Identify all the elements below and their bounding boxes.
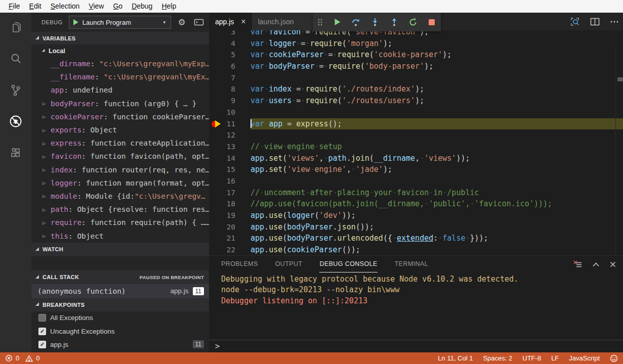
line-number[interactable]: 22 bbox=[209, 244, 235, 255]
launch-config-dropdown[interactable]: Launch Program ▼ bbox=[69, 16, 171, 29]
line-number[interactable]: 12 bbox=[209, 129, 235, 141]
variable-row[interactable]: ▷logger: function morgan(format, opt… bbox=[31, 176, 209, 190]
code-line-3[interactable]: 3var·favicon·=·require('serve-favicon'); bbox=[209, 30, 623, 38]
code-line-5[interactable]: 5var·cookieParser·=·require('cookie-pars… bbox=[209, 49, 623, 61]
code-line-16[interactable]: 16 bbox=[209, 175, 623, 187]
status-item[interactable]: Ln 11, Col 1 bbox=[438, 354, 473, 362]
variable-row[interactable]: ▷cookieParser: function cookieParser… bbox=[31, 110, 209, 123]
variable-row[interactable]: ▷index: function router(req, res, ne… bbox=[31, 163, 209, 176]
menu-item-view[interactable]: View bbox=[84, 0, 108, 13]
code-line-6[interactable]: 6var·bodyParser·=·require('body-parser')… bbox=[209, 61, 623, 72]
breakpoint-row[interactable]: ✓Uncaught Exceptions bbox=[31, 325, 209, 338]
line-number[interactable]: 3 bbox=[209, 30, 235, 38]
variable-row[interactable]: ▷bodyParser: function (arg0) { … } bbox=[31, 97, 209, 110]
menu-item-debug[interactable]: Debug bbox=[127, 0, 157, 13]
line-number[interactable]: 19 bbox=[209, 210, 235, 221]
status-item[interactable]: Spaces: 2 bbox=[483, 354, 512, 362]
line-number[interactable]: 16 bbox=[209, 175, 235, 187]
debug-console-toggle-icon[interactable] bbox=[194, 18, 204, 26]
variable-row[interactable]: app: undefined bbox=[31, 83, 209, 97]
checkbox[interactable]: ✓ bbox=[38, 341, 46, 348]
code-line-18[interactable]: 18//app.use(favicon(path.join(__dirname,… bbox=[209, 198, 623, 210]
checkbox[interactable] bbox=[38, 314, 46, 322]
continue-icon[interactable] bbox=[333, 18, 342, 26]
scope-local[interactable]: Local bbox=[31, 44, 209, 57]
toolbar-drag-grip[interactable] bbox=[317, 18, 323, 27]
watch-section-header[interactable]: WATCH bbox=[31, 243, 209, 256]
line-number[interactable]: 6 bbox=[209, 61, 235, 72]
line-number[interactable]: 17 bbox=[209, 187, 235, 199]
variable-row[interactable]: ▷favicon: function favicon(path, opt… bbox=[31, 150, 209, 163]
variable-row[interactable]: ▷path: Object {resolve: function res… bbox=[31, 203, 209, 216]
step-over-icon[interactable] bbox=[351, 18, 360, 27]
code-line-7[interactable]: 7 bbox=[209, 72, 623, 84]
code-line-8[interactable]: 8var·index·=·require('./routes/index'); bbox=[209, 83, 623, 95]
variable-row[interactable]: __dirname: "c:\Users\gregvanl\myExp… bbox=[31, 57, 209, 70]
line-number[interactable]: 8 bbox=[209, 83, 235, 95]
menu-item-help[interactable]: Help bbox=[157, 0, 181, 13]
tab-launch-json[interactable]: launch.json bbox=[252, 13, 313, 30]
close-panel-icon[interactable] bbox=[610, 261, 616, 267]
explorer-icon[interactable] bbox=[8, 20, 23, 35]
feedback-smiley-icon[interactable] bbox=[610, 354, 618, 362]
code-line-22[interactable]: 22app.use(cookieParser()); bbox=[209, 244, 623, 255]
breakpoint-row[interactable]: ✓app.js11 bbox=[31, 338, 209, 351]
line-number[interactable]: 7 bbox=[209, 72, 235, 84]
debug-icon[interactable] bbox=[8, 114, 23, 129]
clear-console-icon[interactable] bbox=[573, 260, 582, 268]
status-item[interactable]: JavaScript bbox=[569, 354, 600, 362]
variable-row[interactable]: ▷this: Object bbox=[31, 229, 209, 242]
code-line-14[interactable]: 14app.set('views',·path.join(__dirname,·… bbox=[209, 153, 623, 164]
tab-app-js[interactable]: app.js × bbox=[209, 13, 252, 30]
line-number[interactable]: 13 bbox=[209, 141, 235, 153]
call-stack-section-header[interactable]: CALL STACK PAUSED ON BREAKPOINT bbox=[31, 270, 209, 284]
breakpoint-row[interactable]: All Exceptions bbox=[31, 311, 209, 325]
restart-icon[interactable] bbox=[408, 18, 418, 27]
line-number[interactable]: 5 bbox=[209, 49, 235, 61]
code-line-9[interactable]: 9var·users·=·require('./routes/users'); bbox=[209, 95, 623, 107]
variable-row[interactable]: ▷exports: Object bbox=[31, 123, 209, 136]
line-number[interactable]: 9 bbox=[209, 95, 235, 107]
menu-item-edit[interactable]: Edit bbox=[25, 0, 46, 13]
code-line-19[interactable]: 19app.use(logger('dev')); bbox=[209, 210, 623, 221]
code-line-12[interactable]: 12 bbox=[209, 129, 623, 141]
line-number[interactable]: 20 bbox=[209, 221, 235, 233]
scrollbar-thumb[interactable] bbox=[617, 77, 623, 81]
line-number[interactable]: 4 bbox=[209, 38, 235, 50]
menu-item-file[interactable]: File bbox=[4, 0, 25, 13]
variables-section-header[interactable]: VARIABLES bbox=[31, 32, 209, 44]
line-number[interactable]: 15 bbox=[209, 164, 235, 175]
variable-row[interactable]: ▷require: function require(path) { …… bbox=[31, 216, 209, 229]
panel-tab-terminal[interactable]: TERMINAL bbox=[395, 256, 428, 272]
code-line-13[interactable]: 13//·view·engine·setup bbox=[209, 141, 623, 153]
variable-row[interactable]: ▷express: function createApplication… bbox=[31, 136, 209, 150]
code-line-4[interactable]: 4var·logger·=·require('morgan'); bbox=[209, 38, 623, 50]
code-line-11[interactable]: 11var·app·=·express(); bbox=[209, 118, 623, 130]
debug-console-input[interactable]: > bbox=[209, 340, 623, 352]
code-line-17[interactable]: 17//·uncomment·after·placing·your·favico… bbox=[209, 187, 623, 199]
maximize-panel-icon[interactable] bbox=[592, 262, 600, 267]
code-line-20[interactable]: 20app.use(bodyParser.json()); bbox=[209, 221, 623, 233]
stack-frame-row[interactable]: (anonymous function) app.js 11 bbox=[31, 284, 209, 298]
code-line-10[interactable]: 10 bbox=[209, 107, 623, 118]
breakpoints-section-header[interactable]: BREAKPOINTS bbox=[31, 298, 209, 311]
stop-icon[interactable] bbox=[428, 18, 436, 26]
line-number[interactable]: 14 bbox=[209, 153, 235, 164]
more-actions-icon[interactable] bbox=[610, 20, 619, 23]
line-number[interactable]: 18 bbox=[209, 198, 235, 210]
line-number[interactable]: 10 bbox=[209, 107, 235, 118]
panel-tab-debug-console[interactable]: DEBUG CONSOLE bbox=[319, 256, 377, 272]
status-item[interactable]: LF bbox=[551, 354, 559, 362]
start-debug-icon[interactable] bbox=[73, 19, 78, 25]
variable-row[interactable]: ▷module: Module {id: "c:\Users\gregv… bbox=[31, 190, 209, 203]
close-icon[interactable]: × bbox=[241, 17, 245, 26]
variable-row[interactable]: __filename: "c:\Users\gregvanl\myEx… bbox=[31, 70, 209, 83]
step-into-icon[interactable] bbox=[370, 18, 380, 27]
menu-item-selection[interactable]: Selection bbox=[46, 0, 85, 13]
extensions-icon[interactable] bbox=[8, 145, 23, 160]
panel-tab-output[interactable]: OUTPUT bbox=[275, 256, 303, 272]
source-control-icon[interactable] bbox=[8, 82, 23, 98]
panel-tab-problems[interactable]: PROBLEMS bbox=[221, 256, 258, 272]
checkbox[interactable]: ✓ bbox=[38, 328, 46, 335]
problems-status[interactable]: 0 0 bbox=[5, 354, 39, 362]
